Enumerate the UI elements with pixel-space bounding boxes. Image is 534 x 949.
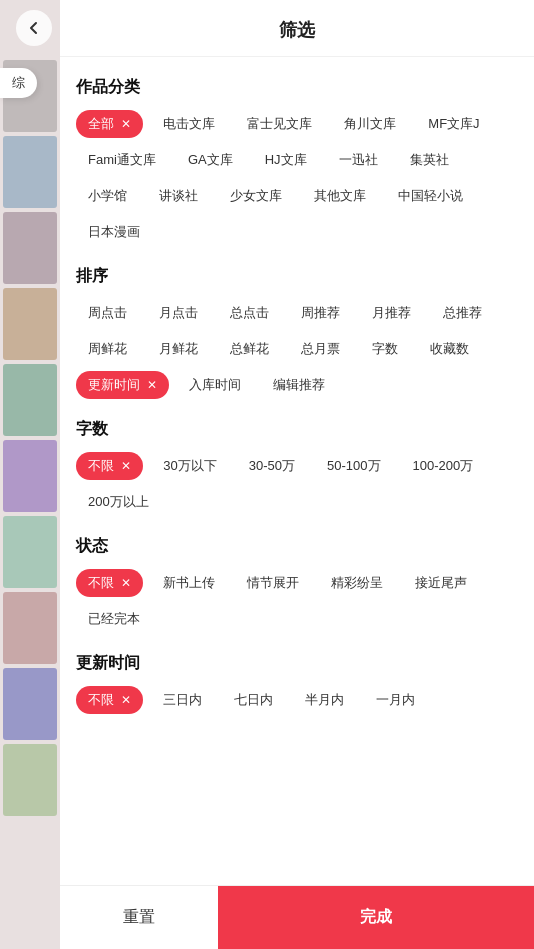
category-tags: 全部 ✕电击文库富士见文库角川文库MF文库JFami通文库GA文库HJ文库一迅社… xyxy=(76,110,518,246)
tag-st-ending[interactable]: 接近尾声 xyxy=(403,569,479,597)
update-time-tags: 不限 ✕三日内七日内半月内一月内 xyxy=(76,686,518,714)
header: 筛选 xyxy=(60,0,534,57)
tag-total-click[interactable]: 总点击 xyxy=(218,299,281,327)
tag-wc-30[interactable]: 30万以下 xyxy=(151,452,228,480)
tag-wordcount[interactable]: 字数 xyxy=(360,335,410,363)
book-thumb-2 xyxy=(3,212,57,284)
tag-fuji[interactable]: 富士见文库 xyxy=(235,110,324,138)
tag-update-time[interactable]: 更新时间 ✕ xyxy=(76,371,169,399)
tag-yixun[interactable]: 一迅社 xyxy=(327,146,390,174)
book-thumb-4 xyxy=(3,364,57,436)
tag-dianji[interactable]: 电击文库 xyxy=(151,110,227,138)
reset-button[interactable]: 重置 xyxy=(60,886,218,949)
section-update-time: 更新时间 不限 ✕三日内七日内半月内一月内 xyxy=(76,653,518,714)
tag-ut-3[interactable]: 三日内 xyxy=(151,686,214,714)
close-icon: ✕ xyxy=(118,576,131,590)
tag-st-exciting[interactable]: 精彩纷呈 xyxy=(319,569,395,597)
tag-st-new[interactable]: 新书上传 xyxy=(151,569,227,597)
tag-all[interactable]: 全部 ✕ xyxy=(76,110,143,138)
book-thumb-7 xyxy=(3,592,57,664)
sort-tags: 周点击月点击总点击周推荐月推荐总推荐周鲜花月鲜花总鲜花总月票字数收藏数更新时间 … xyxy=(76,299,518,399)
tag-fami[interactable]: Fami通文库 xyxy=(76,146,168,174)
tag-wc-50-100[interactable]: 50-100万 xyxy=(315,452,392,480)
category-title: 作品分类 xyxy=(76,77,518,98)
tag-total-flower[interactable]: 总鲜花 xyxy=(218,335,281,363)
tag-wc-100-200[interactable]: 100-200万 xyxy=(401,452,486,480)
book-thumb-3 xyxy=(3,288,57,360)
tab-综[interactable]: 综 xyxy=(0,68,37,98)
tag-ut-30[interactable]: 一月内 xyxy=(364,686,427,714)
tag-favorites[interactable]: 收藏数 xyxy=(418,335,481,363)
tag-jiaochu[interactable]: 角川文库 xyxy=(332,110,408,138)
tag-add-time[interactable]: 入库时间 xyxy=(177,371,253,399)
tag-wc-30-50[interactable]: 30-50万 xyxy=(237,452,307,480)
footer: 重置 完成 xyxy=(60,885,534,949)
back-button[interactable] xyxy=(16,10,52,46)
book-thumb-6 xyxy=(3,516,57,588)
book-thumb-1 xyxy=(3,136,57,208)
tag-mfj[interactable]: MF文库J xyxy=(416,110,491,138)
book-thumb-5 xyxy=(3,440,57,512)
tag-ga[interactable]: GA文库 xyxy=(176,146,245,174)
book-thumb-9 xyxy=(3,744,57,816)
tag-china[interactable]: 中国轻小说 xyxy=(386,182,475,210)
close-icon: ✕ xyxy=(144,378,157,392)
tag-editor-rec[interactable]: 编辑推荐 xyxy=(261,371,337,399)
filter-content: 作品分类 全部 ✕电击文库富士见文库角川文库MF文库JFami通文库GA文库HJ… xyxy=(60,57,534,885)
section-status: 状态 不限 ✕新书上传情节展开精彩纷呈接近尾声已经完本 xyxy=(76,536,518,633)
wordcount-title: 字数 xyxy=(76,419,518,440)
tag-week-click[interactable]: 周点击 xyxy=(76,299,139,327)
tag-month-flower[interactable]: 月鲜花 xyxy=(147,335,210,363)
tag-hj[interactable]: HJ文库 xyxy=(253,146,319,174)
filter-panel: 筛选 作品分类 全部 ✕电击文库富士见文库角川文库MF文库JFami通文库GA文… xyxy=(60,0,534,949)
tag-week-rec[interactable]: 周推荐 xyxy=(289,299,352,327)
sort-title: 排序 xyxy=(76,266,518,287)
section-category: 作品分类 全部 ✕电击文库富士见文库角川文库MF文库JFami通文库GA文库HJ… xyxy=(76,77,518,246)
tag-month-rec[interactable]: 月推荐 xyxy=(360,299,423,327)
tag-manga[interactable]: 日本漫画 xyxy=(76,218,152,246)
close-icon: ✕ xyxy=(118,117,131,131)
book-thumb-8 xyxy=(3,668,57,740)
tag-ut-7[interactable]: 七日内 xyxy=(222,686,285,714)
tag-st-plot[interactable]: 情节展开 xyxy=(235,569,311,597)
tag-qita[interactable]: 其他文库 xyxy=(302,182,378,210)
section-wordcount: 字数 不限 ✕30万以下30-50万50-100万100-200万200万以上 xyxy=(76,419,518,516)
tag-ut-all[interactable]: 不限 ✕ xyxy=(76,686,143,714)
tag-wc-200[interactable]: 200万以上 xyxy=(76,488,161,516)
section-sort: 排序 周点击月点击总点击周推荐月推荐总推荐周鲜花月鲜花总鲜花总月票字数收藏数更新… xyxy=(76,266,518,399)
tag-ut-15[interactable]: 半月内 xyxy=(293,686,356,714)
tag-st-complete[interactable]: 已经完本 xyxy=(76,605,152,633)
sidebar-books xyxy=(0,60,60,816)
tag-month-click[interactable]: 月点击 xyxy=(147,299,210,327)
tag-total-rec[interactable]: 总推荐 xyxy=(431,299,494,327)
tag-week-flower[interactable]: 周鲜花 xyxy=(76,335,139,363)
tag-total-ticket[interactable]: 总月票 xyxy=(289,335,352,363)
update-time-title: 更新时间 xyxy=(76,653,518,674)
tag-jiying[interactable]: 集英社 xyxy=(398,146,461,174)
tag-wc-all[interactable]: 不限 ✕ xyxy=(76,452,143,480)
tag-jiangtan[interactable]: 讲谈社 xyxy=(147,182,210,210)
tag-st-all[interactable]: 不限 ✕ xyxy=(76,569,143,597)
tag-xiaoxue[interactable]: 小学馆 xyxy=(76,182,139,210)
wordcount-tags: 不限 ✕30万以下30-50万50-100万100-200万200万以上 xyxy=(76,452,518,516)
confirm-button[interactable]: 完成 xyxy=(218,886,534,949)
status-tags: 不限 ✕新书上传情节展开精彩纷呈接近尾声已经完本 xyxy=(76,569,518,633)
status-title: 状态 xyxy=(76,536,518,557)
tag-shaonv[interactable]: 少女文库 xyxy=(218,182,294,210)
header-title: 筛选 xyxy=(279,18,315,42)
close-icon: ✕ xyxy=(118,459,131,473)
close-icon: ✕ xyxy=(118,693,131,707)
